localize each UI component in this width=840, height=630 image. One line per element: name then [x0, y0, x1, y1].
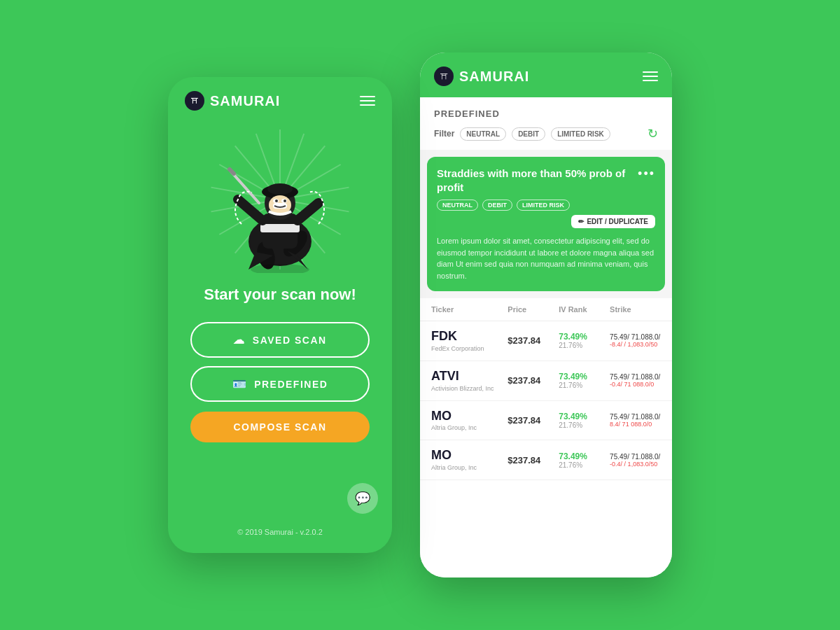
iv-low-fdk: 21.76%: [559, 342, 610, 349]
header-ivrank: IV Rank: [559, 305, 610, 314]
card-tag-limited: LIMITED RISK: [517, 200, 570, 211]
iv-mo1: 73.49% 21.76%: [559, 412, 610, 429]
predefined-label: PREDEFINED: [254, 379, 328, 390]
strike-low-mo1: 8.4/ 71 088.0/0: [610, 421, 661, 428]
hamburger-right[interactable]: [643, 71, 658, 81]
price-fdk: $237.84: [507, 335, 559, 346]
predefined-button[interactable]: 🪪 PREDEFINED: [190, 366, 370, 402]
predefined-section: PREDEFINED Filter NEUTRAL DEBIT LIMITED …: [420, 97, 672, 150]
iv-low-mo2: 21.76%: [559, 461, 610, 469]
filter-row: Filter NEUTRAL DEBIT LIMITED RISK ↻: [434, 126, 658, 141]
table-container: Ticker Price IV Rank Strike FDK FedEx Co…: [420, 298, 672, 578]
ticker-name-mo1: Altria Group, Inc: [431, 424, 507, 431]
hamburger-line-r1: [643, 71, 658, 73]
table-row[interactable]: FDK FedEx Corporation $237.84 73.49% 21.…: [420, 321, 672, 361]
svg-line-30: [230, 169, 234, 174]
hamburger-line-r3: [643, 80, 658, 81]
table-row[interactable]: MO Altria Group, Inc $237.84 73.49% 21.7…: [420, 440, 672, 480]
saved-scan-label: SAVED SCAN: [253, 335, 327, 346]
filter-label: Filter: [434, 129, 454, 139]
hamburger-line-2: [360, 100, 375, 102]
header-price: Price: [507, 305, 559, 314]
strike-high-atvi: 75.49/ 71.088.0/: [610, 373, 661, 381]
strike-low-atvi: -0.4/ 71 088.0/0: [610, 381, 661, 388]
ticker-name-mo2: Altria Group, Inc: [431, 464, 507, 471]
refresh-icon[interactable]: ↻: [648, 126, 658, 141]
strike-high-fdk: 75.49/ 71.088.0/: [610, 333, 661, 341]
scan-title: Start your scan now!: [168, 280, 392, 318]
svg-text:⛩: ⛩: [440, 72, 448, 80]
cloud-icon: ☁: [233, 333, 246, 346]
price-atvi: $237.84: [507, 375, 559, 386]
left-phone: ⛩ SAMURAI: [168, 77, 392, 553]
ticker-symbol-mo2: MO: [431, 449, 507, 463]
predefined-card: Straddies with more than 50% prob of pro…: [427, 157, 665, 291]
ticker-symbol-fdk: FDK: [431, 330, 507, 344]
strike-high-mo2: 75.49/ 71.088.0/: [610, 453, 661, 461]
ticker-cell-atvi: ATVI Activision Blizzard, Inc: [431, 370, 507, 392]
svg-text:⛩: ⛩: [191, 97, 198, 105]
strike-low-mo2: -0.4/ / 1,083.0/50: [610, 461, 661, 468]
saved-scan-button[interactable]: ☁ SAVED SCAN: [190, 322, 370, 358]
svg-point-39: [284, 200, 286, 202]
chat-bubble[interactable]: 💬: [347, 483, 378, 514]
edit-label: EDIT / DUPLICATE: [587, 218, 648, 225]
logo-icon-right: ⛩: [434, 66, 454, 86]
logo-right: ⛩ SAMURAI: [434, 66, 529, 86]
hamburger-line-3: [360, 104, 375, 106]
samurai-image: [168, 119, 392, 280]
card-tags: NEUTRAL DEBIT LIMITED RISK ✏ EDIT / DUPL…: [437, 200, 655, 228]
iv-mo2: 73.49% 21.76%: [559, 451, 610, 469]
iv-high-mo1: 73.49%: [559, 412, 610, 421]
right-phone-header: ⛩ SAMURAI: [420, 52, 672, 97]
left-phone-header: ⛩ SAMURAI: [168, 77, 392, 119]
iv-low-atvi: 21.76%: [559, 382, 610, 389]
header-ticker: Ticker: [431, 305, 507, 314]
iv-high-atvi: 73.49%: [559, 372, 610, 382]
table-row[interactable]: ATVI Activision Blizzard, Inc $237.84 73…: [420, 361, 672, 401]
hamburger-line-r2: [643, 76, 658, 77]
edit-duplicate-button[interactable]: ✏ EDIT / DUPLICATE: [571, 215, 655, 228]
card-tag-neutral: NEUTRAL: [437, 200, 478, 211]
hamburger-left[interactable]: [360, 96, 375, 106]
compose-scan-label: COMPOSE SCAN: [233, 421, 326, 433]
logo-text-right: SAMURAI: [459, 69, 529, 85]
table-header: Ticker Price IV Rank Strike: [420, 298, 672, 321]
filter-chip-limited[interactable]: LIMITED RISK: [551, 127, 610, 141]
ticker-name-atvi: Activision Blizzard, Inc: [431, 385, 507, 392]
samurai-svg: [217, 133, 343, 273]
edit-icon: ✏: [578, 218, 584, 225]
strike-atvi: 75.49/ 71.088.0/ -0.4/ 71 088.0/0: [610, 373, 661, 388]
section-title: PREDEFINED: [434, 108, 658, 119]
card-tag-debit: DEBIT: [482, 200, 512, 211]
ticker-cell-fdk: FDK FedEx Corporation: [431, 330, 507, 352]
compose-scan-button[interactable]: COMPOSE SCAN: [190, 412, 370, 442]
iv-high-fdk: 73.49%: [559, 332, 610, 342]
hamburger-line-1: [360, 96, 375, 97]
iv-high-mo2: 73.49%: [559, 451, 610, 461]
card-header: Straddies with more than 50% prob of pro…: [437, 167, 655, 194]
svg-point-38: [275, 200, 278, 202]
table-row[interactable]: MO Altria Group, Inc $237.84 73.49% 21.7…: [420, 401, 672, 441]
header-strike: Strike: [610, 305, 661, 314]
price-mo2: $237.84: [507, 455, 559, 465]
iv-fdk: 73.49% 21.76%: [559, 332, 610, 349]
svg-point-40: [251, 264, 309, 273]
strike-fdk: 75.49/ 71.088.0/ -8.4/ / 1,083.0/50: [610, 333, 661, 348]
screens-container: ⛩ SAMURAI: [168, 52, 672, 578]
right-phone: ⛩ SAMURAI PREDEFINED Filter NEUTRAL DEBI…: [420, 52, 672, 578]
filter-chip-neutral[interactable]: NEUTRAL: [460, 127, 506, 141]
strike-low-fdk: -8.4/ / 1,083.0/50: [610, 341, 661, 348]
id-card-icon: 🪪: [232, 377, 248, 391]
card-description: Lorem ipsum dolor sit amet, consectetur …: [437, 235, 655, 281]
filter-chip-debit[interactable]: DEBIT: [512, 127, 545, 141]
svg-point-33: [267, 183, 293, 195]
dots-menu[interactable]: •••: [638, 167, 655, 181]
logo-text-left: SAMURAI: [210, 93, 280, 109]
logo-icon-left: ⛩: [185, 91, 204, 111]
ticker-cell-mo1: MO Altria Group, Inc: [431, 410, 507, 432]
logo-left: ⛩ SAMURAI: [185, 91, 280, 111]
phone-footer: © 2019 Samurai - v.2.0.2: [168, 517, 392, 553]
strike-high-mo1: 75.49/ 71.088.0/: [610, 413, 661, 421]
iv-low-mo1: 21.76%: [559, 421, 610, 429]
